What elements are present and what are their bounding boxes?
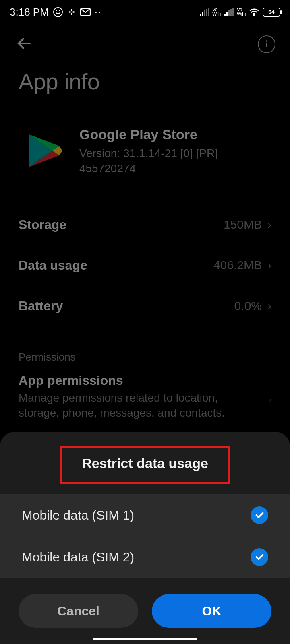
checkmark-icon	[251, 506, 268, 524]
app-header: Google Play Store Version: 31.1.14-21 [0…	[0, 111, 290, 192]
option-sim2[interactable]: Mobile data (SIM 2)	[0, 536, 290, 578]
data-usage-value: 406.2MB	[213, 258, 262, 272]
app-version: Version: 31.1.14-21 [0] [PR] 455720274	[79, 146, 271, 176]
page-title: App info	[0, 59, 290, 111]
checkmark-icon	[251, 548, 268, 566]
restrict-data-dialog: Restrict data usage Mobile data (SIM 1) …	[0, 432, 290, 644]
play-store-icon	[24, 131, 63, 171]
chevron-right-icon: ›	[267, 299, 271, 313]
tutorial-highlight: Restrict data usage	[60, 446, 230, 484]
data-usage-row[interactable]: Data usage 406.2MB›	[19, 245, 271, 286]
info-icon[interactable]: i	[258, 35, 276, 53]
cancel-button[interactable]: Cancel	[19, 594, 138, 628]
data-usage-label: Data usage	[19, 258, 87, 273]
app-permissions-row[interactable]: App permissions Manage permissions relat…	[19, 367, 271, 421]
divider	[19, 337, 271, 337]
chevron-right-icon: ›	[267, 218, 271, 231]
battery-value: 0.0%	[234, 299, 262, 313]
permissions-section-label: Permissions	[19, 344, 271, 367]
ok-button[interactable]: OK	[152, 594, 271, 628]
dialog-title: Restrict data usage	[62, 450, 228, 480]
app-name: Google Play Store	[79, 127, 271, 142]
storage-value: 150MB	[224, 218, 262, 231]
chevron-right-icon: ›	[269, 396, 271, 404]
battery-row[interactable]: Battery 0.0%›	[19, 286, 271, 326]
option-sim1[interactable]: Mobile data (SIM 1)	[0, 494, 290, 536]
app-permissions-title: App permissions	[19, 373, 269, 388]
option-sim2-label: Mobile data (SIM 2)	[22, 550, 134, 565]
option-sim1-label: Mobile data (SIM 1)	[22, 508, 134, 523]
chevron-right-icon: ›	[267, 258, 271, 272]
storage-row[interactable]: Storage 150MB›	[19, 204, 271, 245]
battery-label: Battery	[19, 299, 63, 314]
app-permissions-desc: Manage permissions related to location, …	[19, 390, 269, 421]
home-indicator[interactable]	[93, 638, 197, 640]
back-button[interactable]	[14, 34, 34, 55]
storage-label: Storage	[19, 217, 66, 232]
